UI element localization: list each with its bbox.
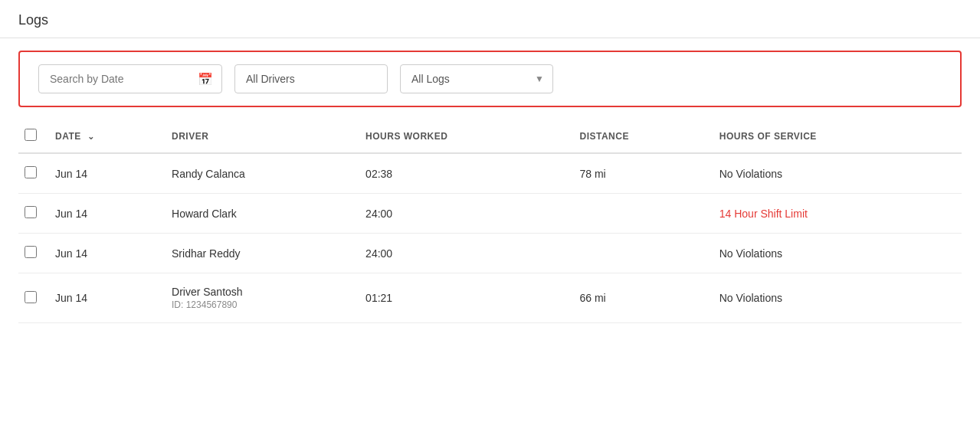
driver-id: ID: 1234567890 [172,299,353,310]
row-distance: 66 mi [574,273,713,323]
row-checkbox-cell [18,273,49,323]
row-hours-worked: 02:38 [359,153,573,194]
driver-filter-wrap [234,64,388,93]
row-distance [574,234,713,273]
logs-table: DATE ⌄ DRIVER HOURS WORKED DISTANCE HOUR… [18,119,962,323]
table-row: Jun 14Randy Calanca02:3878 miNo Violatio… [18,153,962,194]
row-hours-of-service: No Violations [713,234,962,273]
row-checkbox[interactable] [25,166,37,178]
row-hours-worked: 24:00 [359,234,573,273]
row-checkbox[interactable] [25,291,37,303]
logs-filter-wrap: All Logs Violations Only No Violations ▼ [400,64,553,93]
row-distance [574,194,713,234]
row-driver: Sridhar Reddy [166,234,359,273]
row-checkbox-cell [18,153,49,194]
driver-filter-input[interactable] [234,64,388,93]
date-filter-wrap: 📅 [38,64,222,93]
row-hours-worked: 01:21 [359,273,573,323]
row-hours-of-service: 14 Hour Shift Limit [713,194,962,234]
search-date-input[interactable] [38,64,222,93]
row-hours-of-service: No Violations [713,273,962,323]
table-row: Jun 14Sridhar Reddy24:00No Violations [18,234,962,273]
row-driver: Howard Clark [166,194,359,234]
page-header: Logs [0,0,980,38]
header-date: DATE ⌄ [49,119,166,153]
row-date: Jun 14 [49,273,166,323]
row-driver: Randy Calanca [166,153,359,194]
table-section: DATE ⌄ DRIVER HOURS WORKED DISTANCE HOUR… [0,119,980,323]
row-driver: Driver SantoshID: 1234567890 [166,273,359,323]
header-driver: DRIVER [166,119,359,153]
select-all-checkbox[interactable] [25,129,37,141]
row-checkbox[interactable] [25,246,37,258]
header-distance: DISTANCE [574,119,713,153]
sort-icon: ⌄ [87,132,95,141]
row-hours-of-service: No Violations [713,153,962,194]
row-checkbox-cell [18,234,49,273]
table-row: Jun 14Howard Clark24:0014 Hour Shift Lim… [18,194,962,234]
header-hours-worked: HOURS WORKED [359,119,573,153]
logs-select[interactable]: All Logs Violations Only No Violations [400,64,553,93]
filters-section: 📅 All Logs Violations Only No Violations… [18,51,962,107]
driver-name: Sridhar Reddy [172,247,353,260]
row-date: Jun 14 [49,194,166,234]
row-checkbox-cell [18,194,49,234]
driver-name: Driver Santosh [172,286,353,298]
driver-name: Howard Clark [172,208,353,220]
table-row: Jun 14Driver SantoshID: 123456789001:216… [18,273,962,323]
header-hours-of-service: HOURS OF SERVICE [713,119,962,153]
row-date: Jun 14 [49,234,166,273]
header-checkbox-cell [18,119,49,153]
row-hours-worked: 24:00 [359,194,573,234]
row-distance: 78 mi [574,153,713,194]
row-checkbox[interactable] [25,206,37,218]
page-title: Logs [18,12,962,28]
driver-name: Randy Calanca [172,168,353,180]
row-date: Jun 14 [49,153,166,194]
